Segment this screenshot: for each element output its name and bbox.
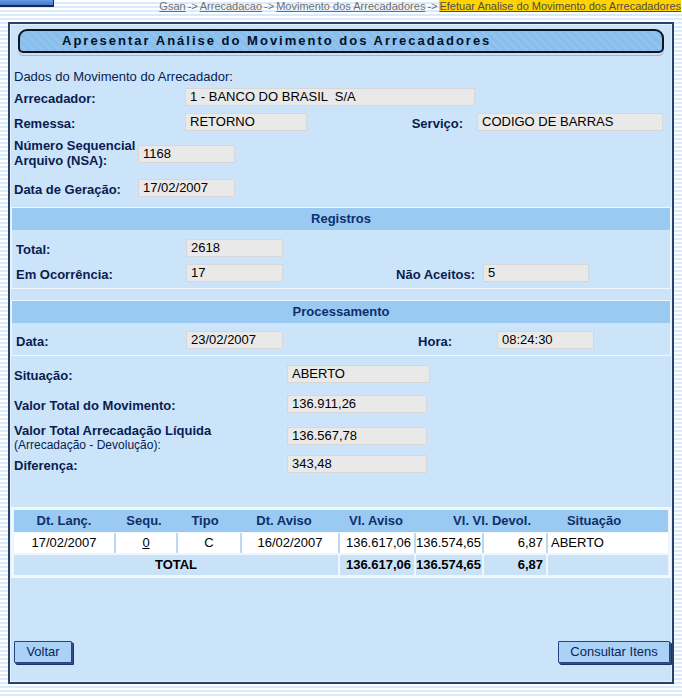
- table-row: 17/02/2007 0 C 16/02/2007 136.617,06 136…: [14, 533, 668, 553]
- servico-field: CODIGO DE BARRAS: [477, 113, 663, 131]
- valor-total-movimento-field: 136.911,26: [287, 395, 427, 413]
- cell-vl-arreca: 136.574,65: [416, 533, 482, 553]
- diferenca-label: Diferença:: [14, 458, 78, 473]
- col-header-vl-devol: Vl. Devol.: [472, 510, 534, 532]
- em-ocorrencia-field: 17: [186, 264, 283, 282]
- breadcrumb-separator: ->: [425, 0, 439, 12]
- table-total-row: TOTAL 136.617,06 136.574,65 6,87: [14, 555, 668, 575]
- arrecadador-label: Arrecadador:: [14, 91, 96, 106]
- data-geracao-field: 17/02/2007: [138, 179, 235, 197]
- valor-liquida-label-line1: Valor Total Arrecadação Líquida: [14, 423, 211, 438]
- registros-box: Registros Total: 2618 Em Ocorrência: 17 …: [11, 207, 671, 289]
- total-situacao-cell: [548, 555, 668, 575]
- hora-field: 08:24:30: [497, 331, 594, 349]
- nsa-label-line2: Arquivo (NSA):: [14, 153, 107, 168]
- col-header-dt-lanc: Dt. Lanç.: [14, 510, 114, 532]
- registros-total-field: 2618: [186, 239, 283, 257]
- movimento-table: Dt. Lanç. Sequ. Tipo Dt. Aviso Vl. Aviso…: [11, 507, 671, 578]
- cell-vl-devol: 6,87: [484, 533, 546, 553]
- sequencial-link[interactable]: 0: [142, 535, 149, 550]
- col-header-tipo: Tipo: [174, 510, 236, 532]
- breadcrumb: Gsan->Arrecadacao->Movimento dos Arrecad…: [159, 0, 681, 12]
- col-header-sequ: Sequ.: [114, 510, 174, 532]
- registros-total-label: Total:: [16, 242, 50, 257]
- page-title: Apresentar Análise do Movimento dos Arre…: [18, 29, 664, 53]
- processamento-header: Processamento: [12, 301, 670, 323]
- voltar-button[interactable]: Voltar: [14, 641, 72, 663]
- processamento-box: Processamento Data: 23/02/2007 Hora: 08:…: [11, 300, 671, 356]
- remessa-label: Remessa:: [14, 116, 75, 131]
- valor-liquida-label-line2: (Arrecadação - Devolução):: [14, 438, 161, 452]
- breadcrumb-link-movimento[interactable]: Movimento dos Arrecadadores: [276, 0, 425, 12]
- col-header-vl-arreca: Vl. Arreca.: [406, 510, 472, 532]
- em-ocorrencia-label: Em Ocorrência:: [16, 267, 113, 282]
- breadcrumb-separator: ->: [186, 0, 200, 12]
- registros-header: Registros: [12, 208, 670, 230]
- total-vl-devol-cell: 6,87: [484, 555, 546, 575]
- cell-vl-aviso: 136.617,06: [340, 533, 414, 553]
- processamento-data-field: 23/02/2007: [186, 331, 283, 349]
- diferenca-field: 343,48: [287, 455, 427, 473]
- situacao-label: Situação:: [14, 368, 73, 383]
- col-header-dt-aviso: Dt. Aviso: [236, 510, 332, 532]
- consultar-itens-button[interactable]: Consultar Itens: [558, 641, 670, 663]
- section-label-dados: Dados do Movimento do Arrecadador:: [14, 69, 233, 84]
- cell-tipo: C: [178, 533, 240, 553]
- processamento-data-label: Data:: [16, 334, 49, 349]
- col-header-situacao: Situação: [534, 510, 654, 532]
- cell-sequ: 0: [116, 533, 176, 553]
- situacao-field: ABERTO: [287, 365, 430, 383]
- breadcrumb-link-gsan[interactable]: Gsan: [159, 0, 185, 12]
- nao-aceitos-field: 5: [483, 264, 589, 282]
- movimento-table-header-row: Dt. Lanç. Sequ. Tipo Dt. Aviso Vl. Aviso…: [14, 510, 668, 532]
- servico-label: Serviço:: [310, 116, 463, 131]
- remessa-field: RETORNO: [185, 113, 307, 131]
- nao-aceitos-label: Não Aceitos:: [342, 267, 475, 282]
- arrecadador-field: 1 - BANCO DO BRASIL S/A: [185, 88, 475, 106]
- valor-liquida-field: 136.567,78: [287, 427, 427, 445]
- breadcrumb-current-page[interactable]: Efetuar Analise do Movimento dos Arrecad…: [439, 0, 681, 12]
- total-label-cell: TOTAL: [14, 555, 338, 575]
- nsa-label-line1: Número Sequencial: [14, 138, 135, 153]
- breadcrumb-link-arrecadacao[interactable]: Arrecadacao: [200, 0, 262, 12]
- total-vl-arreca-cell: 136.574,65: [416, 555, 482, 575]
- nsa-field: 1168: [138, 145, 235, 163]
- main-content-frame: Apresentar Análise do Movimento dos Arre…: [8, 22, 674, 684]
- cell-dt-lanc: 17/02/2007: [14, 533, 114, 553]
- col-header-vl-aviso: Vl. Aviso: [332, 510, 406, 532]
- top-tab-fragment: [0, 0, 54, 7]
- cell-situacao: ABERTO: [548, 533, 668, 553]
- cell-dt-aviso: 16/02/2007: [242, 533, 338, 553]
- hora-label: Hora:: [342, 334, 452, 349]
- total-vl-aviso-cell: 136.617,06: [340, 555, 414, 575]
- valor-total-movimento-label: Valor Total do Movimento:: [14, 398, 176, 413]
- data-geracao-label: Data de Geração:: [14, 182, 121, 197]
- breadcrumb-separator: ->: [262, 0, 276, 12]
